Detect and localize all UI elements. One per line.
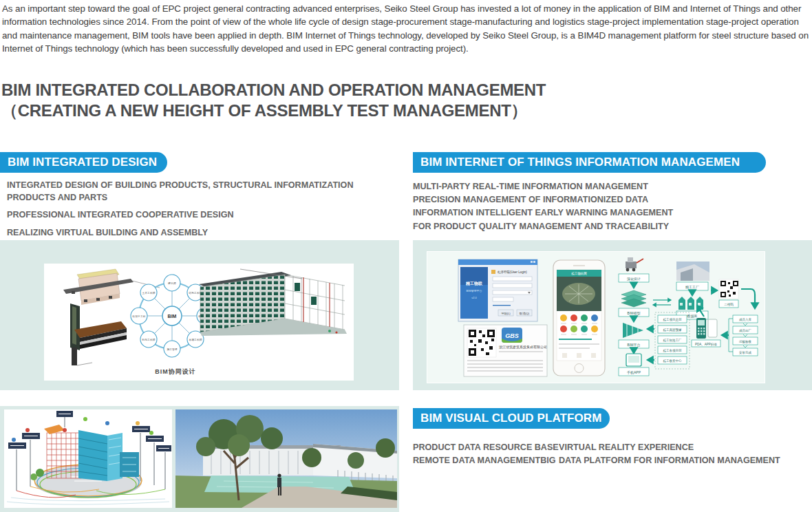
- funnel-icon: [623, 323, 643, 338]
- page-title-line1: BIM INTEGRATED COLLABORATION AND OPERATI…: [1, 80, 546, 100]
- hub-center-label: BIM: [168, 314, 177, 319]
- hub-node-label: 施工管理: [167, 348, 177, 351]
- tree: [36, 469, 44, 477]
- platform-diagram-illustration: [4, 409, 172, 508]
- cancel-button: 取消(Q): [520, 312, 530, 315]
- list-item: REALIZING VIRTUAL BUILDING AND ASSEMBLY: [7, 227, 378, 239]
- list-item: PRECISION MANAGEMENT OF INFORMATIONIZED …: [413, 193, 798, 206]
- page-title: BIM INTEGRATED COLLABORATION AND OPERATI…: [1, 80, 546, 121]
- iot-flowchart-illustration: 精工物联 BIM管理平台 v2.0 程序登陆(User Login) 登陆(L)…: [427, 252, 765, 383]
- dashed-item: 精工收发中心: [663, 359, 683, 363]
- hub-node-label: 土木工程师: [142, 291, 156, 295]
- flow-label: 安装完成: [739, 351, 752, 354]
- login-sidebar-version: v2.0: [471, 296, 477, 299]
- list-item: MULTI-PARTY REAL-TIME INFORMATION MANAGE…: [413, 180, 798, 193]
- gbs-logo: GBS: [502, 328, 522, 343]
- intro-paragraph: As an important step toward the goal of …: [2, 2, 810, 55]
- platform-diagram-image: [4, 409, 172, 508]
- flow-column-design: 深化设计 BIM模型 BIM平台: [619, 257, 649, 376]
- hub-node-label: 建筑师: [167, 281, 176, 285]
- database-icon: [679, 297, 703, 310]
- factory-photo-thumbnail: [676, 262, 709, 281]
- flow-label: 精工工厂: [685, 285, 699, 290]
- flow-label: 数据库: [687, 314, 698, 319]
- tree: [30, 473, 37, 480]
- login-window-image: 精工物联 BIM管理平台 v2.0 程序登陆(User Login) 登陆(L)…: [458, 259, 537, 321]
- bim-collaboration-illustration: BIM 建筑师 结构工程师 暖通工程师 幕墙工程师 施工管理 机电工程师 给排水…: [44, 264, 354, 381]
- hub-node-label: 机电工程师: [142, 338, 156, 341]
- integrated-design-figure: BIM 建筑师 结构工程师 暖通工程师 幕墙工程师 施工管理 机电工程师 给排水…: [44, 264, 354, 381]
- pda-label: PDA、APP扫描: [695, 343, 717, 346]
- flow-label: 运输验收: [739, 339, 752, 344]
- gbs-company-name: 浙江绿筑建筑系统集成有限公司: [499, 345, 547, 350]
- iot-figure-panel: 精工物联 BIM管理平台 v2.0 程序登陆(User Login) 登陆(L)…: [413, 240, 812, 390]
- management-list-group: 精工项目总部 精工高层预警 精工制造工厂 精工各项目部 精工收发中心: [648, 312, 690, 369]
- list-item: FOR PRODUCT QUALITY MANAGEMENT AND TRACE…: [413, 220, 798, 233]
- building-model-image: [199, 269, 347, 336]
- visual-cloud-bullets: PRODUCT DATA RESOURCE BASEREMOTE DATA MA…: [413, 441, 780, 467]
- machinery-icon: [626, 257, 643, 271]
- campus-rendering-image: [175, 409, 397, 508]
- gbs-logo-text: GBS: [505, 332, 519, 339]
- chain-connectors: [729, 319, 747, 352]
- list-item: PROFESSIONAL INTEGRATED COOPERATIVE DESI…: [7, 209, 378, 222]
- list-item: INFORMATION INTELLIGENT EARLY WARNING MA…: [413, 206, 798, 220]
- visual-cloud-bullets-col2: VIRTUAL REALITY EXPERIENCEDATA PLATFORM …: [559, 441, 780, 467]
- page-title-line2: （CREATING A NEW HEIGHT OF ASSEMBLY TEST …: [1, 100, 546, 121]
- flow-label: 二维码: [724, 302, 734, 306]
- integrated-design-figure-panel: BIM 建筑师 结构工程师 暖通工程师 幕墙工程师 施工管理 机电工程师 给排水…: [0, 240, 399, 390]
- qr-code-icon: [719, 279, 738, 299]
- campus-rendering-illustration: [175, 409, 397, 508]
- dashed-item: 精工项目总部: [663, 317, 683, 322]
- login-form-title: 程序登陆(User Login): [498, 270, 527, 274]
- login-button: 登陆(L): [501, 312, 511, 315]
- section-header-bim-iot-management: BIM INTERNET OF THINGS INFORMATION MANAG…: [413, 152, 766, 173]
- figure-caption: BIM协同设计: [155, 368, 196, 375]
- flow-label: 手机APP: [627, 370, 641, 374]
- visual-cloud-bullets-col1: PRODUCT DATA RESOURCE BASEREMOTE DATA MA…: [413, 441, 559, 467]
- tree: [348, 452, 364, 469]
- tree: [376, 438, 395, 458]
- integrated-design-bullets: INTEGRATED DESIGN OF BUILDING PRODUCTS, …: [7, 180, 378, 244]
- mobile-phone-icon: [626, 354, 641, 366]
- list-item: REMOTE DATA MANAGEMENTBIG: [413, 454, 559, 467]
- hub-node-label: 幕墙工程师: [189, 338, 202, 341]
- hub-node-label: 给排水工程: [133, 314, 146, 318]
- flow-label: 深化设计: [627, 277, 641, 281]
- smartphone-image: 精工物联网: [553, 260, 605, 376]
- hub-node-label: 结构工程师: [189, 291, 202, 295]
- flow-label: BIM平台: [628, 343, 641, 347]
- dashed-item: 精工各项目部: [663, 348, 683, 353]
- list-item: PRODUCT DATA RESOURCE BASE: [413, 441, 559, 454]
- login-sidebar-title: 精工物联: [465, 281, 483, 286]
- flow-label: BIM模型: [628, 311, 641, 316]
- list-item: VIRTUAL REALITY EXPERIENCE: [559, 441, 780, 454]
- list-item: DATA PLATFORM FOR INFORMATION MANAGEMENT: [559, 454, 780, 467]
- flow-label: 成品出厂: [739, 328, 752, 332]
- tree: [302, 448, 321, 467]
- qr-code-icon: [467, 328, 496, 357]
- dashed-item: 精工高层预警: [663, 328, 683, 332]
- bottom-photos-panel: [0, 406, 399, 512]
- list-item: INTEGRATED DESIGN OF BUILDING PRODUCTS, …: [7, 180, 378, 204]
- section-header-bim-visual-cloud: BIM VISUAL CLOUD PLATFORM: [413, 408, 610, 429]
- corner-joint-detail-image: [70, 303, 127, 365]
- iot-management-bullets: MULTI-PARTY REAL-TIME INFORMATION MANAGE…: [413, 180, 798, 233]
- bim-model-icon: [621, 290, 646, 307]
- flow-label: 成品入库: [739, 318, 752, 321]
- iot-figure: 精工物联 BIM管理平台 v2.0 程序登陆(User Login) 登陆(L)…: [427, 251, 765, 383]
- login-sidebar-subtitle: BIM管理平台: [466, 289, 482, 292]
- app-header-title: 精工物联网: [571, 271, 587, 276]
- section-header-bim-integrated-design: BIM INTEGRATED DESIGN: [0, 152, 167, 173]
- gbs-card-image: GBS 浙江绿筑建筑系统集成有限公司: [464, 325, 547, 376]
- dashed-item: 精工制造工厂: [663, 338, 683, 343]
